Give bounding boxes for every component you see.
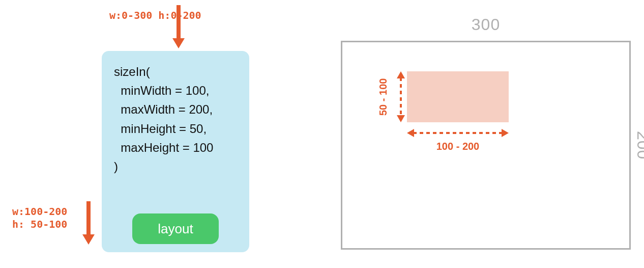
svg-marker-6 — [397, 115, 405, 122]
outer-width-label: 300 — [341, 15, 631, 34]
sizein-code-text: sizeIn( minWidth = 100, maxWidth = 200, … — [114, 62, 239, 176]
svg-marker-9 — [502, 129, 509, 137]
arrow-down-icon — [81, 201, 96, 245]
inner-size-box — [407, 71, 509, 122]
outer-height-label: 200 — [633, 41, 644, 250]
double-arrow-vertical-icon — [396, 71, 406, 122]
inner-width-range-label: 100 - 200 — [407, 141, 509, 152]
svg-marker-7 — [407, 129, 414, 137]
svg-marker-1 — [172, 38, 185, 48]
inner-height-range-label: 50 - 100 — [377, 71, 389, 122]
sizein-code-card: sizeIn( minWidth = 100, maxWidth = 200, … — [102, 51, 249, 252]
svg-marker-4 — [397, 71, 405, 78]
layout-button[interactable]: layout — [132, 213, 219, 244]
arrow-down-icon — [171, 5, 186, 48]
svg-marker-3 — [82, 234, 95, 245]
outgoing-constraints-label: w:100-200 h: 50-100 — [12, 205, 67, 231]
incoming-constraints-label: w:0-300 h:0-200 — [109, 9, 201, 22]
double-arrow-horizontal-icon — [407, 128, 509, 138]
